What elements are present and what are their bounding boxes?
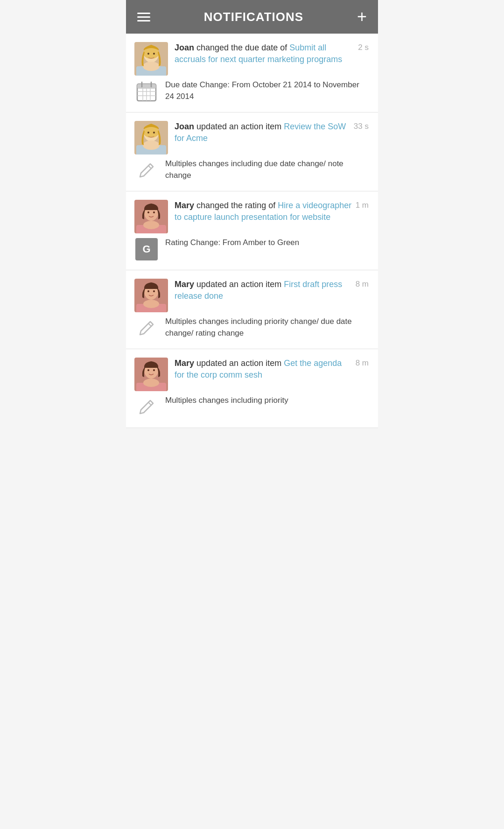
notifications-list: Joan changed the due date of Submit all … <box>126 34 378 428</box>
svg-line-36 <box>148 323 151 326</box>
svg-point-4 <box>143 62 160 71</box>
svg-point-5 <box>147 53 149 55</box>
svg-line-23 <box>148 166 151 169</box>
user-name: Mary <box>175 358 194 368</box>
svg-point-28 <box>147 211 149 213</box>
timestamp: 8 m <box>356 279 369 289</box>
pencil-icon <box>138 399 155 415</box>
avatar <box>134 358 168 391</box>
timestamp: 8 m <box>356 358 369 368</box>
pencil-icon-container <box>134 395 159 419</box>
svg-point-22 <box>153 132 155 133</box>
avatar <box>134 121 168 155</box>
notification-content: Joan changed the due date of Submit all … <box>175 42 369 65</box>
timestamp: 2 s <box>358 42 369 52</box>
detail-text: Rating Change: From Amber to Green <box>165 237 369 249</box>
user-name: Mary <box>175 201 194 210</box>
svg-line-43 <box>148 402 151 405</box>
action-link[interactable]: Submit all accruals for next quarter mar… <box>175 43 342 64</box>
detail-text: Due date Change: From October 21 2014 to… <box>165 79 369 102</box>
pencil-icon <box>138 320 155 337</box>
pencil-icon-container <box>134 316 159 340</box>
svg-point-35 <box>153 290 155 292</box>
svg-point-42 <box>153 369 155 371</box>
svg-point-40 <box>143 379 159 387</box>
svg-point-33 <box>143 300 159 308</box>
detail-text: Multiples changes including priority <box>165 395 369 407</box>
timestamp: 1 m <box>356 200 369 210</box>
action-link[interactable]: Hire a videographer to capture launch pr… <box>175 201 351 222</box>
pencil-icon-container <box>134 158 159 183</box>
g-badge: G <box>135 238 158 260</box>
svg-point-29 <box>153 211 155 213</box>
notification-item[interactable]: Joan changed the due date of Submit all … <box>126 34 378 112</box>
notification-item[interactable]: Mary changed the rating of Hire a videog… <box>126 191 378 270</box>
avatar <box>134 279 168 312</box>
notification-text: Joan changed the due date of Submit all … <box>175 42 354 65</box>
action-link[interactable]: First draft press release done <box>175 280 342 301</box>
notification-item[interactable]: Mary updated an action item Get the agen… <box>126 349 378 428</box>
user-name: Joan <box>175 43 194 52</box>
notification-detail: Multiples changes including due date cha… <box>134 158 369 183</box>
svg-point-27 <box>143 221 159 229</box>
page-title: NOTIFICATIONS <box>204 10 303 24</box>
notification-detail: Multiples changes including priority <box>134 395 369 419</box>
avatar <box>134 42 168 76</box>
g-badge-container: G <box>134 237 159 261</box>
svg-point-21 <box>147 132 149 133</box>
notification-text: Mary changed the rating of Hire a videog… <box>175 200 352 223</box>
notification-item[interactable]: Mary updated an action item First draft … <box>126 270 378 349</box>
notification-detail: Due date Change: From October 21 2014 to… <box>134 79 369 104</box>
pencil-icon <box>138 162 155 179</box>
timestamp: 33 s <box>354 121 369 131</box>
notification-text: Mary updated an action item First draft … <box>175 279 352 302</box>
notification-text: Joan updated an action item Review the S… <box>175 121 350 144</box>
user-name: Mary <box>175 280 194 289</box>
avatar <box>134 200 168 233</box>
notification-content: Mary changed the rating of Hire a videog… <box>175 200 369 223</box>
notification-item[interactable]: Joan updated an action item Review the S… <box>126 112 378 191</box>
svg-point-6 <box>153 53 155 55</box>
svg-rect-8 <box>137 84 156 89</box>
action-link[interactable]: Get the agenda for the corp comm sesh <box>175 358 342 379</box>
notification-content: Joan updated an action item Review the S… <box>175 121 369 144</box>
svg-point-41 <box>147 369 149 371</box>
calendar-icon <box>136 81 157 102</box>
svg-point-34 <box>147 290 149 292</box>
user-name: Joan <box>175 122 194 131</box>
notification-detail: Multiples changes including priority cha… <box>134 316 369 340</box>
detail-text: Multiples changes including priority cha… <box>165 316 369 339</box>
menu-button[interactable] <box>137 13 150 21</box>
app-container: NOTIFICATIONS + <box>126 0 378 428</box>
header: NOTIFICATIONS + <box>126 0 378 34</box>
notification-content: Mary updated an action item First draft … <box>175 279 369 302</box>
calendar-icon-container <box>134 79 159 104</box>
action-link[interactable]: Review the SoW for Acme <box>175 122 346 143</box>
notification-content: Mary updated an action item Get the agen… <box>175 358 369 381</box>
notification-text: Mary updated an action item Get the agen… <box>175 358 352 381</box>
detail-text: Multiples changes including due date cha… <box>165 158 369 181</box>
add-button[interactable]: + <box>357 8 367 25</box>
notification-detail: G Rating Change: From Amber to Green <box>134 237 369 261</box>
svg-point-20 <box>143 141 160 150</box>
